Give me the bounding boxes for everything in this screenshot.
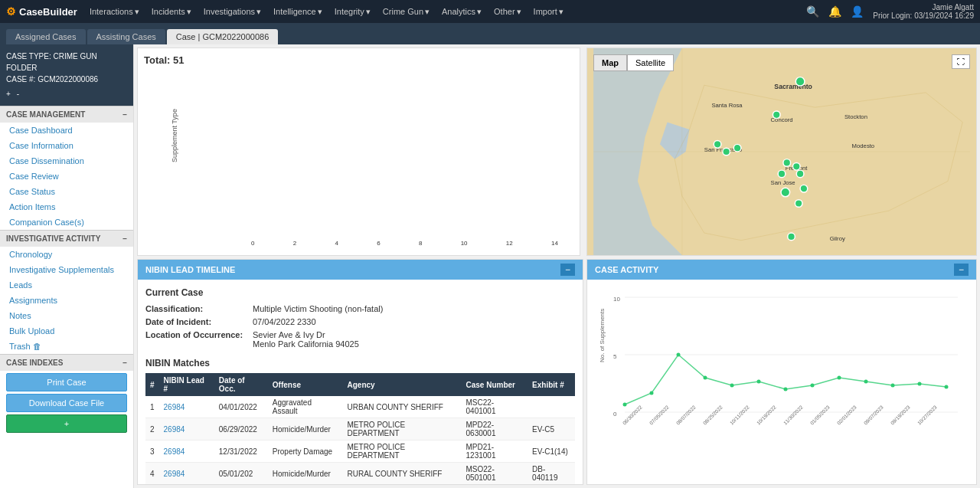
collapse-case-mgmt[interactable]: − [122,110,127,119]
cell-lead[interactable]: 26984 [159,441,214,463]
nav-interactions[interactable]: Interactions ▾ [90,7,139,17]
satellite-view-button[interactable]: Satellite [627,54,674,71]
nibin-matches-title: NIBIN Matches [145,358,575,368]
cell-lead[interactable]: 26984 [159,396,214,418]
sidebar-case-status[interactable]: Case Status [0,184,133,199]
svg-text:Sacramento: Sacramento [774,83,812,90]
nav-intelligence[interactable]: Intelligence ▾ [273,7,322,17]
svg-text:10/19/2022: 10/19/2022 [756,404,777,425]
bell-icon[interactable]: 🔔 [828,5,841,18]
map-panel: Map Satellite ⛶ Sacramento Santa Ros [586,47,977,256]
collapse-case-indexes[interactable]: − [122,359,127,367]
user-icon[interactable]: 👤 [851,5,864,18]
svg-point-62 [733,144,741,152]
search-icon[interactable]: 🔍 [806,5,819,18]
case-type: CASE TYPE: CRIME GUN FOLDER [6,51,127,74]
sidebar-notes[interactable]: Notes [0,308,133,323]
cell-lead[interactable]: 26984 [159,418,214,441]
sidebar-case-dashboard[interactable]: Case Dashboard [0,123,133,138]
location-row: Location of Occurrence: Sevier Ave & Ivy… [145,330,575,349]
nav-crime-gun[interactable]: Crime Gun ▾ [383,7,430,17]
main-content: Total: 51 Supplement Type 0 2 4 6 8 10 1… [134,44,980,488]
cell-lead[interactable]: 26984 [159,463,214,485]
cell-case-num: MPD22-0630001 [462,418,528,441]
collapse-inv-activity[interactable]: − [122,234,127,243]
download-case-button[interactable]: Download Case File [6,394,127,412]
tab-case-detail[interactable]: Case | GCM2022000086 [167,29,279,44]
sidebar-investigative-supplementals[interactable]: Investigative Supplementals [0,262,133,277]
main-layout: CASE TYPE: CRIME GUN FOLDER CASE #: GCM2… [0,44,980,488]
cell-agency: METRO POLICE DEPARTMENT [343,441,462,463]
svg-text:5: 5 [613,353,617,360]
sidebar-trash[interactable]: Trash 🗑 [0,339,133,354]
sidebar-case-review[interactable]: Case Review [0,169,133,184]
col-case: Case Number [462,373,528,396]
sidebar-companion-cases[interactable]: Companion Case(s) [0,215,133,230]
cell-offense: Aggravated Assault [268,396,343,418]
case-management-title: CASE MANAGEMENT − [0,106,133,123]
map-background-svg: Sacramento Santa Rosa Concord Stockton S… [587,48,976,255]
case-management-section: CASE MANAGEMENT − Case Dashboard Case In… [0,106,133,230]
cell-exhibit: EV-C1(14) [528,441,575,463]
nav-other[interactable]: Other ▾ [494,7,521,17]
nav-investigations[interactable]: Investigations ▾ [204,7,261,17]
nav-incidents[interactable]: Incidents ▾ [152,7,191,17]
nav-import[interactable]: Import ▾ [534,7,564,17]
sidebar-chronology[interactable]: Chronology [0,247,133,262]
svg-text:09/19/2023: 09/19/2023 [890,404,911,425]
sidebar-action-items[interactable]: Action Items [0,199,133,215]
cell-date: 06/29/2022 [214,418,268,441]
sidebar-bulk-upload[interactable]: Bulk Upload [0,323,133,339]
nibin-lead-link[interactable]: 26984 [164,447,185,456]
svg-point-92 [945,385,949,389]
bar-chart-svg: Assignment ClosingBallistic Damage LogBa… [144,251,573,256]
nav-analytics[interactable]: Analytics ▾ [442,7,482,17]
nibin-lead-link[interactable]: 26984 [164,403,185,411]
case-indexes-title: CASE INDEXES − [0,354,133,371]
app-logo[interactable]: ⚙ CaseBuilder [6,5,77,18]
table-row: 3 26984 12/31/2022 Property Damage METRO… [145,441,575,463]
sidebar-assignments[interactable]: Assignments [0,293,133,308]
add-button[interactable]: + [6,414,127,433]
svg-point-82 [677,353,681,357]
svg-point-89 [864,380,868,384]
case-number: CASE #: GCM2022000086 [6,74,127,85]
cell-offense: Homicide/Murder [268,463,343,485]
map-fullscreen-button[interactable]: ⛶ [952,54,970,69]
sidebar-case-information[interactable]: Case Information [0,138,133,153]
nibin-table-body: 1 26984 04/01/2022 Aggravated Assault UR… [145,396,575,485]
case-indexes-section: CASE INDEXES − Print Case Download Case … [0,354,133,433]
nav-integrity[interactable]: Integrity ▾ [335,7,371,17]
col-exhibit: Exhibit # [528,373,575,396]
bottom-row: NIBIN LEAD TIMELINE − Current Case Class… [134,259,980,488]
map-view-button[interactable]: Map [593,54,627,71]
print-case-button[interactable]: Print Case [6,373,127,391]
subtract-icon[interactable]: - [17,88,19,100]
map-controls: Map Satellite [593,54,674,71]
col-offense: Offense [268,373,343,396]
svg-point-88 [838,376,841,380]
svg-text:No. of Supplements: No. of Supplements [599,309,606,362]
activity-collapse-button[interactable]: − [954,264,969,276]
nibin-lead-link[interactable]: 26984 [164,425,185,434]
cell-exhibit [528,396,575,418]
nibin-lead-link[interactable]: 26984 [164,470,185,478]
add-icon[interactable]: + [6,88,11,100]
cell-num: 3 [145,441,159,463]
svg-point-83 [704,376,707,380]
cell-num: 1 [145,396,159,418]
svg-text:0: 0 [613,411,617,418]
activity-chart-container: 10 5 0 No. of Supplements [587,280,976,477]
tab-assisting-cases[interactable]: Assisting Cases [87,29,165,44]
svg-text:09/07/2023: 09/07/2023 [863,404,884,425]
sidebar: CASE TYPE: CRIME GUN FOLDER CASE #: GCM2… [0,44,134,488]
svg-point-86 [784,388,788,391]
top-row: Total: 51 Supplement Type 0 2 4 6 8 10 1… [134,44,980,259]
sidebar-leads[interactable]: Leads [0,277,133,293]
tab-assigned-cases[interactable]: Assigned Cases [6,29,86,44]
sidebar-case-dissemination[interactable]: Case Dissemination [0,153,133,169]
cell-case-num: MSO22-0501001 [462,463,528,485]
svg-text:08/25/2022: 08/25/2022 [702,404,724,425]
nibin-collapse-button[interactable]: − [560,264,575,276]
col-date: Date of Occ. [214,373,268,396]
